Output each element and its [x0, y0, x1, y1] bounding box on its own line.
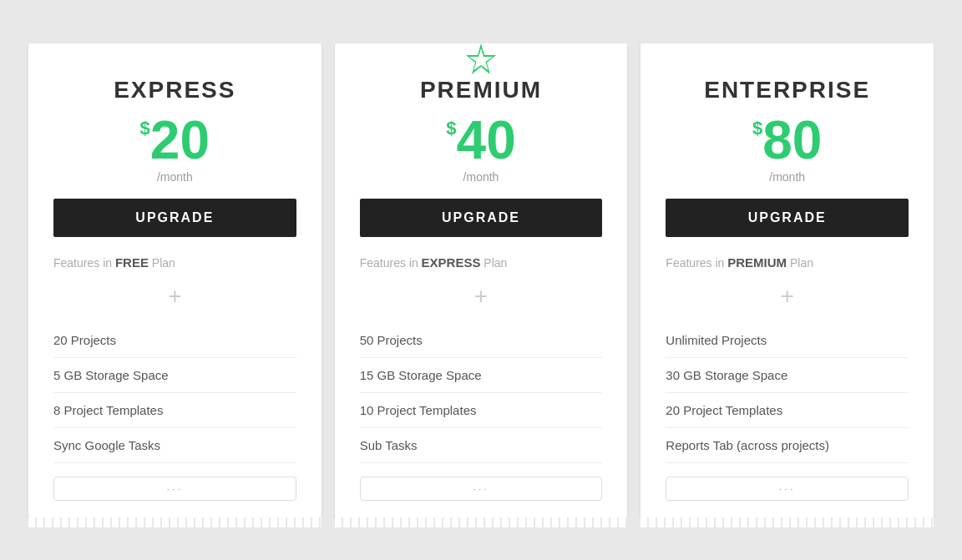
price-period: /month	[360, 170, 603, 184]
feature-item: Sub Tasks	[360, 428, 603, 463]
plan-card-enterprise: ENTERPRISE $80 /month UPGRADE Features i…	[640, 43, 934, 517]
plan-name: EXPRESS	[53, 77, 296, 103]
price-dollar: $	[140, 118, 150, 139]
features-label: Features in PREMIUM Plan	[666, 255, 909, 270]
plan-price: $80	[666, 114, 909, 167]
plus-symbol: +	[666, 283, 909, 310]
more-button[interactable]: ···	[666, 477, 909, 501]
plan-card-premium: PREMIUM $40 /month UPGRADE Features in E…	[335, 43, 628, 517]
feature-item: 5 GB Storage Space	[53, 358, 296, 393]
feature-item: 15 GB Storage Space	[360, 358, 603, 393]
feature-item: Unlimited Projects	[666, 323, 909, 358]
plus-symbol: +	[360, 283, 603, 310]
more-button[interactable]: ···	[360, 477, 603, 501]
plan-price: $40	[360, 114, 603, 167]
plan-name: ENTERPRISE	[666, 77, 909, 103]
feature-item: 20 Projects	[53, 323, 296, 358]
pricing-container: EXPRESS $20 /month UPGRADE Features in F…	[22, 43, 940, 517]
feature-item: 10 Project Templates	[360, 393, 603, 428]
features-label: Features in EXPRESS Plan	[360, 255, 603, 270]
upgrade-button[interactable]: UPGRADE	[53, 199, 296, 237]
more-button[interactable]: ···	[53, 477, 296, 501]
price-amount: 80	[762, 110, 822, 170]
price-dollar: $	[446, 118, 456, 139]
feature-item: Sync Google Tasks	[53, 428, 296, 463]
upgrade-button[interactable]: UPGRADE	[360, 199, 603, 237]
featured-badge	[463, 42, 499, 78]
plan-price: $20	[53, 114, 296, 167]
upgrade-button[interactable]: UPGRADE	[666, 199, 909, 237]
price-amount: 40	[457, 110, 516, 170]
feature-item: Reports Tab (across projects)	[666, 428, 909, 463]
price-dollar: $	[752, 118, 762, 139]
feature-list: Unlimited Projects30 GB Storage Space20 …	[666, 323, 909, 463]
plan-name: PREMIUM	[360, 77, 603, 103]
base-plan-name: EXPRESS	[422, 255, 481, 270]
feature-list: 50 Projects15 GB Storage Space10 Project…	[360, 323, 603, 463]
plus-symbol: +	[53, 283, 296, 310]
feature-item: 50 Projects	[360, 323, 603, 358]
plan-card-express: EXPRESS $20 /month UPGRADE Features in F…	[28, 43, 322, 517]
price-period: /month	[53, 170, 296, 184]
base-plan-name: PREMIUM	[727, 255, 787, 270]
base-plan-name: FREE	[115, 255, 149, 270]
feature-item: 8 Project Templates	[53, 393, 296, 428]
price-period: /month	[666, 170, 909, 184]
features-label: Features in FREE Plan	[53, 255, 296, 270]
feature-item: 30 GB Storage Space	[666, 358, 909, 393]
price-amount: 20	[150, 110, 210, 170]
feature-list: 20 Projects5 GB Storage Space8 Project T…	[53, 323, 296, 463]
feature-item: 20 Project Templates	[666, 393, 909, 428]
